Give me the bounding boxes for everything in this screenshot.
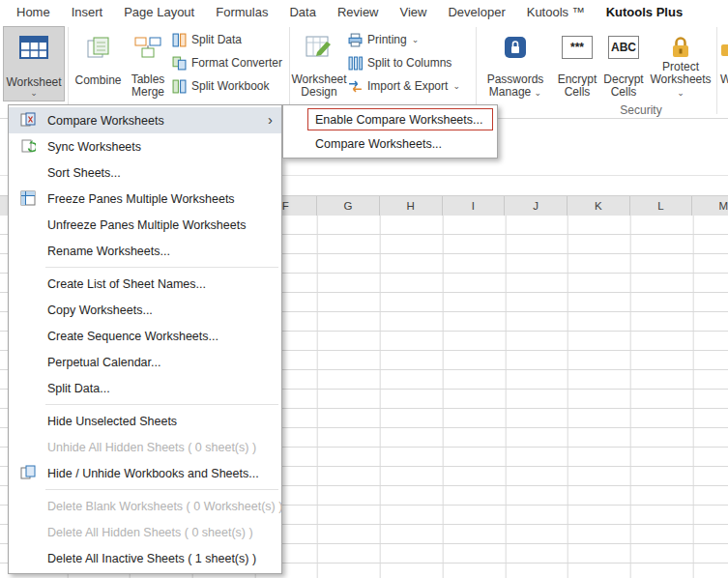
format-converter-label: Format Converter: [191, 56, 282, 70]
submenu-arrow-icon: ›: [268, 111, 273, 128]
ribbon-group-separator: [476, 27, 477, 114]
column-header-l[interactable]: L: [630, 196, 693, 216]
tab-page-layout[interactable]: Page Layout: [113, 0, 205, 25]
worksheet-design-button[interactable]: Worksheet Design: [293, 27, 345, 101]
ribbon-tab-bar: Home Insert Page Layout Formulas Data Re…: [0, 0, 728, 25]
menu-separator: [45, 267, 278, 268]
printer-icon: [348, 33, 363, 47]
menu-item-label: Sort Sheets...: [47, 166, 121, 180]
import-export-icon: [348, 79, 363, 94]
menu-item-rename-worksheets[interactable]: Rename Worksheets...: [9, 238, 281, 264]
split-to-columns-button[interactable]: Split to Columns: [348, 52, 451, 73]
menu-item-delete-all-inactive-sheets[interactable]: Delete All Inactive Sheets ( 1 sheet(s) …: [9, 545, 281, 571]
menu-item-label: Delete All Hidden Sheets ( 0 sheet(s) ): [47, 526, 253, 539]
menu-item-label: Freeze Panes Multiple Worksheets: [47, 192, 235, 206]
menu-item-copy-worksheets[interactable]: Copy Worksheets...: [9, 297, 281, 323]
column-header-i[interactable]: I: [443, 196, 506, 216]
menu-item-split-data[interactable]: Split Data...: [9, 375, 281, 401]
tab-view[interactable]: View: [390, 0, 438, 25]
menu-item-hide-unselected-sheets[interactable]: Hide Unselected Sheets: [9, 408, 281, 434]
split-workbook-button[interactable]: Split Workbook: [172, 75, 269, 97]
menu-item-label: Create List of Sheet Names...: [47, 277, 206, 291]
tab-insert[interactable]: Insert: [61, 0, 114, 25]
split-data-button[interactable]: Split Data: [172, 29, 242, 50]
menu-item-unhide-all-hidden-sheets: Unhide All Hidden Sheets ( 0 sheet(s) ): [9, 434, 281, 460]
menu-item-create-list-of-sheet-names[interactable]: Create List of Sheet Names...: [9, 271, 281, 297]
tab-data[interactable]: Data: [278, 0, 326, 25]
passwords-manage-label-line2: Manage: [489, 85, 531, 99]
printing-button[interactable]: Printing ⌄: [348, 29, 419, 50]
tab-formulas[interactable]: Formulas: [205, 0, 278, 25]
menu-item-delete-all-hidden-sheets: Delete All Hidden Sheets ( 0 sheet(s) ): [9, 519, 281, 545]
worksheet-button[interactable]: Worksheet ⌄: [3, 26, 65, 101]
protect-worksheets-button[interactable]: Protect Worksheets ⌄: [647, 27, 714, 101]
menu-item-label: Perpetual Calendar...: [47, 356, 160, 369]
column-header-k[interactable]: K: [568, 196, 630, 216]
encrypt-cells-button[interactable]: *** Encrypt Cells: [553, 27, 601, 101]
tab-review[interactable]: Review: [327, 0, 390, 25]
menu-item-label: Hide / Unhide Workbooks and Sheets...: [47, 467, 259, 480]
menu-item-compare-worksheets[interactable]: Compare Worksheets ›: [9, 107, 281, 133]
menu-item-hide-unhide-workbooks-and-sheets[interactable]: Hide / Unhide Workbooks and Sheets...: [9, 460, 281, 486]
tables-merge-button[interactable]: Tables Merge: [126, 27, 170, 101]
split-data-label: Split Data: [191, 33, 242, 46]
menu-item-freeze-panes-multiple[interactable]: Freeze Panes Multiple Worksheets: [9, 186, 281, 212]
menu-separator: [45, 489, 278, 490]
chevron-down-icon: ⌄: [452, 82, 460, 91]
decrypt-cells-icon: ABC: [608, 34, 639, 61]
format-converter-button[interactable]: Format Converter: [172, 52, 282, 73]
red-annotation-box: [307, 108, 493, 130]
compare-worksheets-submenu: Enable Compare Worksheets... Compare Wor…: [282, 104, 498, 159]
combine-button[interactable]: Combine: [72, 27, 125, 101]
menu-item-delete-blank-worksheets: Delete Blank Worksheets ( 0 Worksheet(s)…: [9, 493, 281, 519]
menu-item-perpetual-calendar[interactable]: Perpetual Calendar...: [9, 349, 281, 375]
worksheet-icon: [19, 34, 48, 61]
submenu-item-enable-compare-worksheets[interactable]: Enable Compare Worksheets...: [283, 107, 497, 131]
column-header-h[interactable]: H: [380, 196, 443, 216]
menu-item-create-sequence-worksheets[interactable]: Create Sequence Worksheets...: [9, 323, 281, 349]
column-header-m[interactable]: M: [692, 196, 728, 216]
sync-worksheets-icon: [20, 138, 36, 154]
freeze-panes-icon: [20, 190, 36, 206]
submenu-item-compare-worksheets[interactable]: Compare Worksheets...: [283, 131, 497, 156]
tables-merge-icon: [134, 34, 161, 61]
format-converter-icon: [172, 56, 187, 71]
passwords-manage-button[interactable]: Passwords Manage ⌄: [481, 27, 549, 101]
column-header-j[interactable]: J: [505, 196, 568, 216]
partial-button-label: W: [720, 73, 728, 86]
menu-separator: [45, 404, 278, 405]
split-to-columns-label: Split to Columns: [367, 56, 451, 70]
menu-item-label: Rename Worksheets...: [47, 245, 170, 258]
column-header-g[interactable]: G: [317, 196, 380, 216]
ribbon-group-separator: [716, 27, 717, 114]
menu-item-label: Hide Unselected Sheets: [47, 415, 177, 428]
ribbon-group-separator: [289, 27, 290, 114]
import-export-button[interactable]: Import & Export ⌄: [348, 75, 460, 97]
tab-kutools-plus[interactable]: Kutools Plus: [596, 0, 693, 25]
menu-item-label: Copy Worksheets...: [47, 303, 153, 317]
printing-label: Printing: [367, 33, 407, 46]
partial-button[interactable]: W: [720, 27, 728, 101]
decrypt-cells-button[interactable]: ABC Decrypt Cells: [602, 27, 645, 101]
menu-item-label: Split Data...: [47, 382, 110, 395]
split-workbook-icon: [172, 79, 187, 94]
split-workbook-label: Split Workbook: [191, 79, 269, 93]
encrypt-cells-icon: ***: [562, 34, 593, 61]
menu-item-sort-sheets[interactable]: Sort Sheets...: [9, 159, 281, 186]
passwords-lock-icon: [503, 34, 528, 61]
menu-item-label: Unfreeze Panes Multiple Worksheets: [47, 218, 246, 232]
menu-item-sync-worksheets[interactable]: Sync Worksheets: [9, 133, 281, 159]
tables-merge-label-line2: Merge: [131, 86, 164, 99]
worksheet-design-icon: [306, 34, 333, 61]
menu-item-unfreeze-panes-multiple[interactable]: Unfreeze Panes Multiple Worksheets: [9, 212, 281, 238]
submenu-item-label: Compare Worksheets...: [315, 137, 442, 151]
tab-home[interactable]: Home: [6, 0, 61, 25]
split-to-columns-icon: [348, 56, 363, 71]
worksheet-dropdown-menu: Compare Worksheets › Sync Worksheets Sor…: [8, 104, 282, 574]
menu-item-label: Delete All Inactive Sheets ( 1 sheet(s) …: [47, 552, 256, 565]
encrypt-cells-label-line2: Cells: [565, 86, 591, 99]
tab-developer[interactable]: Developer: [437, 0, 515, 25]
import-export-label: Import & Export: [367, 79, 448, 93]
worksheet-design-label-line2: Design: [301, 86, 336, 99]
tab-kutools[interactable]: Kutools ™: [516, 0, 596, 25]
